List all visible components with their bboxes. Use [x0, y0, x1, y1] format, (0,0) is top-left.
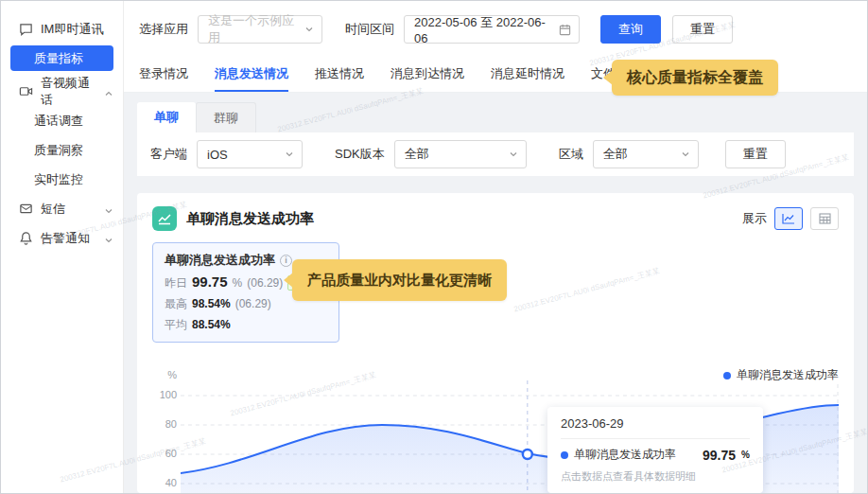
stat-value: 98.54%	[192, 297, 231, 310]
chevron-down-icon	[304, 25, 314, 34]
stat-avg: 平均 88.54%	[165, 317, 327, 333]
y-tick-60: 60	[152, 448, 177, 459]
stats-title: 单聊消息发送成功率	[165, 252, 275, 269]
display-toggle-group: 展示	[742, 207, 839, 230]
app-select-label: 选择应用	[139, 21, 188, 38]
query-button[interactable]: 查询	[600, 15, 661, 44]
y-tick-80: 80	[152, 418, 177, 430]
bell-icon	[18, 231, 33, 246]
annotation-text: 核心质量指标全覆盖	[627, 68, 763, 88]
top-filter-bar: 选择应用 这是一个示例应用 时间区间 2022-05-06 至 2022-06-…	[124, 1, 867, 58]
annotation-text: 产品质量业内对比量化更清晰	[307, 272, 492, 290]
annotation-core-metrics: 核心质量指标全覆盖	[612, 60, 778, 96]
sidebar-item-rtc[interactable]: 音视频通话	[1, 77, 123, 106]
time-range-value: 2022-05-06 至 2022-06-06	[414, 14, 553, 45]
callout-arrow	[603, 70, 613, 85]
chart-title: 单聊消息发送成功率	[186, 210, 742, 228]
tooltip-note: 点击数据点查看具体数据明细	[561, 469, 750, 484]
sidebar-item-realtime-monitor[interactable]: 实时监控	[1, 165, 123, 194]
data-point-marker[interactable]	[523, 450, 532, 459]
subtab-single-chat[interactable]: 单聊	[137, 102, 196, 132]
sidebar-item-sms[interactable]: 短信	[1, 194, 123, 223]
stat-unit: %	[233, 276, 243, 290]
region-select[interactable]: 全部	[593, 140, 699, 168]
client-select-value: iOS	[207, 148, 279, 162]
stat-date: (06.29)	[235, 297, 271, 310]
tab-message-send[interactable]: 消息发送情况	[215, 58, 288, 92]
metric-chart-icon	[152, 206, 177, 231]
reset-button[interactable]: 重置	[672, 15, 733, 44]
subtab-group-chat[interactable]: 群聊	[196, 102, 256, 132]
sidebar-item-label: 音视频通话	[41, 75, 96, 109]
chevron-down-icon	[509, 150, 518, 159]
tab-push[interactable]: 推送情况	[315, 58, 364, 92]
sidebar-item-label: 通话调查	[34, 113, 113, 130]
secondary-filter-bar: 客户端 iOS SDK版本 全部 区域 全部 重置	[137, 132, 854, 176]
chevron-up-icon	[104, 87, 113, 97]
display-label: 展示	[742, 210, 767, 227]
series-dot-icon	[561, 451, 568, 459]
sdk-filter-label: SDK版本	[335, 146, 385, 163]
sidebar-item-im[interactable]: IM即时通讯	[1, 14, 123, 44]
legend-label: 单聊消息发送成功率	[737, 367, 839, 383]
table-view-toggle[interactable]	[810, 207, 839, 230]
tooltip-unit: %	[741, 450, 750, 460]
stat-label: 平均	[165, 317, 187, 333]
stat-value: 99.75	[192, 273, 228, 290]
chat-type-tabs: 单聊 群聊	[137, 102, 854, 132]
stat-label: 昨日	[165, 275, 187, 291]
chevron-down-icon	[104, 204, 113, 214]
sidebar-item-label: 告警通知	[41, 230, 96, 247]
table-icon	[819, 213, 831, 224]
main-area: 选择应用 这是一个示例应用 时间区间 2022-05-06 至 2022-06-…	[124, 1, 867, 493]
sdk-select-value: 全部	[405, 146, 503, 163]
tooltip-series-row: 单聊消息发送成功率 99.75 %	[561, 447, 750, 463]
stat-date: (06.29)	[247, 276, 283, 290]
chart-card-header: 单聊消息发送成功率 展示	[152, 206, 839, 231]
content: 单聊 群聊 客户端 iOS SDK版本 全部 区域 全部	[124, 93, 867, 493]
legend-item[interactable]: 单聊消息发送成功率	[723, 367, 839, 383]
time-range-label: 时间区间	[345, 21, 394, 38]
sidebar-item-label: 质量指标	[34, 50, 104, 67]
video-icon	[18, 84, 33, 99]
app-select-value: 这是一个示例应用	[208, 12, 299, 46]
annotation-quality-compare: 产品质量业内对比量化更清晰	[292, 259, 507, 301]
callout-arrow	[284, 273, 293, 288]
tooltip-value: 99.75	[703, 448, 736, 463]
region-filter-label: 区域	[559, 146, 583, 163]
tab-message-delay[interactable]: 消息延时情况	[491, 58, 564, 92]
calendar-icon	[559, 24, 571, 36]
tab-login[interactable]: 登录情况	[139, 58, 188, 92]
sms-icon	[18, 202, 33, 217]
sidebar-item-label: 短信	[41, 201, 96, 218]
tab-message-arrival[interactable]: 消息到达情况	[391, 58, 464, 92]
app-select[interactable]: 这是一个示例应用	[198, 15, 322, 44]
y-axis-unit: %	[152, 369, 177, 380]
tooltip-series-label: 单聊消息发送成功率	[574, 447, 676, 463]
filter-reset-button[interactable]: 重置	[725, 140, 786, 168]
sidebar-item-call-survey[interactable]: 通话调查	[1, 106, 123, 135]
line-chart[interactable]: % 100 80 60 40 20 单聊消息发送成功率	[181, 365, 839, 493]
time-range-input[interactable]: 2022-05-06 至 2022-06-06	[404, 15, 580, 44]
info-icon[interactable]: i	[280, 255, 292, 267]
chat-icon	[18, 22, 33, 37]
line-view-toggle[interactable]	[774, 207, 803, 230]
sidebar: IM即时通讯 质量指标 音视频通话 通话调查 质量洞察 实时监控 短信	[1, 1, 124, 493]
sdk-select[interactable]: 全部	[394, 140, 527, 168]
chevron-down-icon	[104, 234, 113, 243]
sidebar-item-alerts[interactable]: 告警通知	[1, 223, 123, 253]
sidebar-item-label: IM即时通讯	[41, 21, 113, 38]
sidebar-item-quality-insight[interactable]: 质量洞察	[1, 135, 123, 165]
client-select[interactable]: iOS	[197, 140, 303, 168]
chart-card: 单聊消息发送成功率 展示 单聊消息发送成功率	[137, 193, 854, 493]
sidebar-item-quality-metrics[interactable]: 质量指标	[10, 45, 113, 71]
line-chart-icon	[782, 213, 795, 224]
app-window: IM即时通讯 质量指标 音视频通话 通话调查 质量洞察 实时监控 短信	[1, 1, 867, 493]
chart-tooltip: 2023-06-29 单聊消息发送成功率 99.75 % 点击数据点查看具体数据…	[547, 407, 763, 493]
legend-dot-icon	[723, 372, 731, 379]
sidebar-item-label: 质量洞察	[34, 142, 113, 159]
y-tick-100: 100	[152, 389, 177, 400]
tooltip-date: 2023-06-29	[561, 416, 750, 431]
sidebar-item-label: 实时监控	[34, 171, 113, 188]
stat-label: 最高	[165, 296, 187, 312]
